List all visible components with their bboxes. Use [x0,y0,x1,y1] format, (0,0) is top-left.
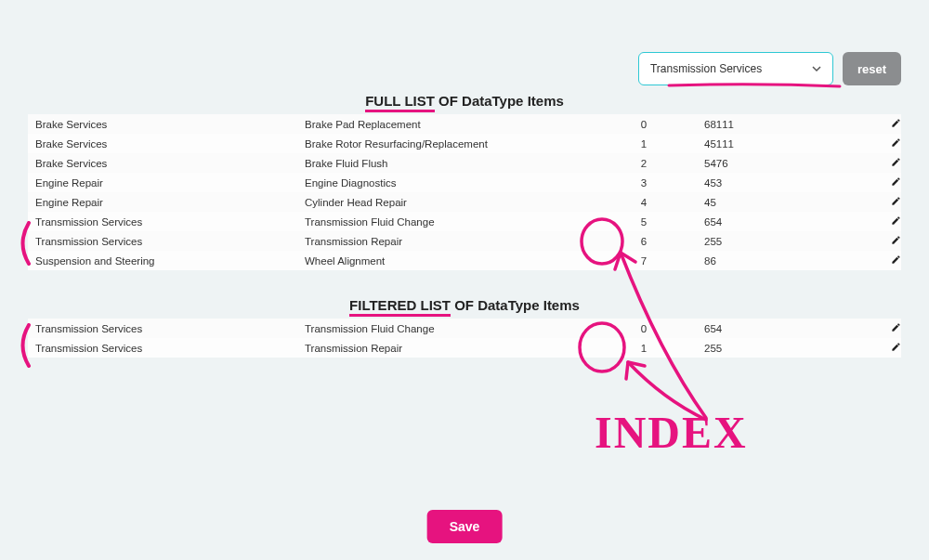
cell-index: 7 [583,255,704,267]
cell-value: 654 [704,216,862,228]
dropdown-selected-label: Transmission Services [650,62,762,75]
full-list-table: Brake ServicesBrake Pad Replacement06811… [28,114,901,270]
annotation-index-label: INDEX [595,407,748,458]
cell-category: Engine Repair [35,197,305,208]
reset-button[interactable]: reset [843,52,901,85]
pencil-icon[interactable] [891,138,901,150]
pencil-icon[interactable] [891,255,901,267]
table-row: Suspension and SteeringWheel Alignment78… [28,251,901,270]
table-row: Transmission ServicesTransmission Repair… [28,231,901,251]
cell-value: 68111 [704,119,862,130]
cell-service: Engine Diagnostics [305,177,583,189]
filtered-list-table: Transmission ServicesTransmission Fluid … [28,319,901,358]
cell-value: 654 [704,323,862,334]
pencil-icon[interactable] [891,158,901,169]
filtered-list-heading: FILTERED LIST OF DataType Items [28,297,901,313]
table-row: Brake ServicesBrake Pad Replacement06811… [28,114,901,134]
cell-service: Brake Fluid Flush [305,158,583,169]
pencil-icon[interactable] [891,119,901,130]
cell-index: 6 [583,236,704,247]
cell-service: Transmission Repair [305,343,583,354]
cell-value: 86 [704,255,862,267]
cell-index: 0 [583,323,704,334]
table-row: Brake ServicesBrake Fluid Flush25476 [28,153,901,173]
cell-service: Transmission Fluid Change [305,216,583,228]
cell-service: Cylinder Head Repair [305,197,583,208]
cell-category: Transmission Services [35,236,305,247]
pencil-icon[interactable] [891,216,901,228]
table-row: Transmission ServicesTransmission Fluid … [28,212,901,231]
cell-value: 45 [704,197,862,208]
cell-value: 255 [704,236,862,247]
cell-category: Transmission Services [35,343,305,354]
pencil-icon[interactable] [891,177,901,189]
table-row: Engine RepairEngine Diagnostics3453 [28,173,901,192]
cell-service: Transmission Fluid Change [305,323,583,334]
category-dropdown[interactable]: Transmission Services [638,52,833,85]
save-button[interactable]: Save [427,510,503,543]
annotation-arrow-to-filtered [617,353,728,436]
cell-index: 2 [583,158,704,169]
cell-category: Suspension and Steering [35,255,305,267]
pencil-icon[interactable] [891,323,901,334]
pencil-icon[interactable] [891,197,901,208]
pencil-icon[interactable] [891,236,901,247]
cell-index: 3 [583,177,704,189]
table-row: Transmission ServicesTransmission Fluid … [28,319,901,338]
cell-index: 1 [583,138,704,150]
cell-value: 45111 [704,138,862,150]
cell-category: Brake Services [35,138,305,150]
cell-value: 255 [704,343,862,354]
table-row: Brake ServicesBrake Rotor Resurfacing/Re… [28,134,901,153]
pencil-icon[interactable] [891,343,901,354]
cell-index: 4 [583,197,704,208]
table-row: Transmission ServicesTransmission Repair… [28,338,901,358]
cell-service: Brake Pad Replacement [305,119,583,130]
cell-index: 1 [583,343,704,354]
cell-category: Transmission Services [35,216,305,228]
chevron-down-icon [812,64,821,73]
cell-category: Transmission Services [35,323,305,334]
cell-category: Brake Services [35,119,305,130]
cell-service: Brake Rotor Resurfacing/Replacement [305,138,583,150]
cell-service: Wheel Alignment [305,255,583,267]
cell-value: 453 [704,177,862,189]
table-row: Engine RepairCylinder Head Repair445 [28,192,901,212]
cell-index: 0 [583,119,704,130]
cell-category: Brake Services [35,158,305,169]
full-list-heading: FULL LIST OF DataType Items [28,93,901,109]
cell-service: Transmission Repair [305,236,583,247]
cell-value: 5476 [704,158,862,169]
cell-category: Engine Repair [35,177,305,189]
cell-index: 5 [583,216,704,228]
